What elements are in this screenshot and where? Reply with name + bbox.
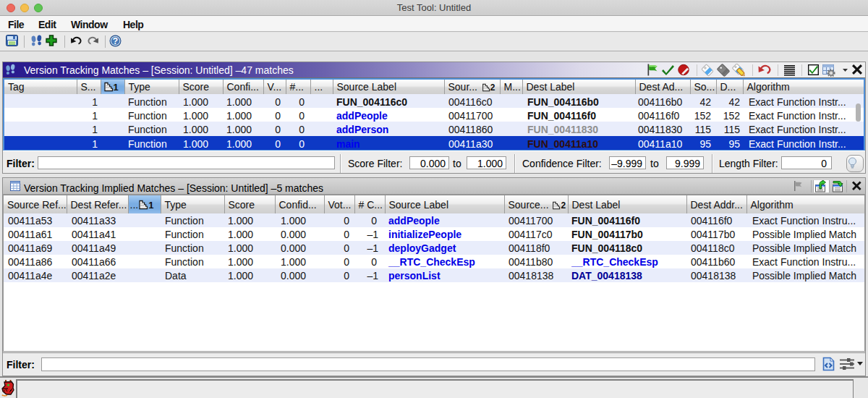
svg-text:?: ? <box>113 36 118 46</box>
